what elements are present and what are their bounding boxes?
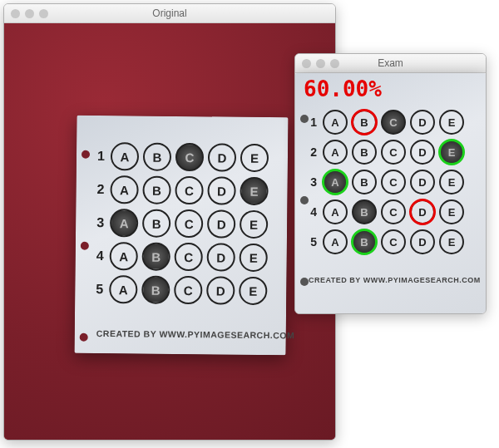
bubble-b: B: [142, 209, 170, 238]
answer-sheet-graded: 60.00% 1ABCDE2ABCDE3ABCDE4ABCDE5ABCDE CR…: [295, 73, 486, 314]
bubble-a: A: [110, 242, 138, 270]
bubble-a: A: [109, 275, 137, 303]
punch-hole-icon: [81, 242, 89, 250]
question-row: 1ABCDE: [93, 142, 269, 172]
bubble-a: A: [323, 140, 348, 165]
bubble-b: B: [352, 199, 377, 224]
bubble-c: C: [381, 140, 406, 165]
question-row: 1ABCDE: [305, 110, 464, 135]
punch-hole-icon: [300, 115, 309, 123]
bubble-c: C: [175, 209, 203, 238]
correct-ring-icon: [438, 139, 465, 165]
bubble-b: B: [352, 140, 377, 165]
bubble-b: B: [142, 243, 170, 271]
question-row: 4ABCDE: [305, 199, 464, 224]
credit-text: CREATED BY WWW.PYIMAGESEARCH.COM: [96, 328, 295, 340]
bubble-d: D: [206, 276, 235, 304]
bubble-e: E: [439, 110, 464, 135]
bubble-c: C: [175, 243, 203, 271]
punch-hole-icon: [82, 150, 90, 159]
bubble-a: A: [323, 110, 348, 135]
bubble-a: A: [323, 229, 348, 254]
bubble-c: C: [381, 170, 406, 194]
bubble-d: D: [410, 110, 435, 135]
window-title: Exam: [295, 57, 486, 69]
question-number: 4: [305, 205, 317, 219]
bubble-e: E: [439, 199, 464, 224]
bubble-d: D: [207, 176, 235, 204]
question-row: 5ABCDE: [305, 229, 464, 254]
question-number: 3: [305, 175, 317, 189]
bubble-b: B: [141, 276, 170, 304]
bubble-c: C: [175, 143, 204, 171]
window-title: Original: [4, 7, 335, 19]
titlebar-exam[interactable]: Exam: [295, 54, 486, 73]
question-row: 3ABCDE: [305, 170, 464, 194]
bubble-e: E: [240, 177, 268, 205]
bubble-b: B: [142, 176, 170, 204]
bubble-b: B: [352, 229, 377, 254]
question-number: 5: [305, 235, 317, 249]
bubble-a: A: [110, 175, 138, 204]
bubble-e: E: [240, 210, 268, 239]
question-row: 2ABCDE: [92, 175, 268, 205]
correct-ring-icon: [351, 229, 378, 255]
content-original: 1ABCDE2ABCDE3ABCDE4ABCDE5ABCDE CREATED B…: [4, 23, 335, 441]
bubble-c: C: [381, 229, 406, 254]
question-number: 2: [305, 145, 317, 159]
question-number: 1: [93, 149, 105, 164]
question-row: 5ABCDE: [91, 275, 267, 305]
window-exam: Exam 60.00% 1ABCDE2ABCDE3ABCDE4ABCDE5ABC…: [294, 53, 487, 314]
credit-text: CREATED BY WWW.PYIMAGESEARCH.COM: [309, 276, 481, 284]
question-row: 3ABCDE: [92, 209, 268, 239]
bubble-e: E: [439, 170, 464, 194]
punch-hole-icon: [300, 196, 309, 204]
bubble-d: D: [410, 170, 435, 194]
bubble-d: D: [410, 199, 435, 224]
correct-ring-icon: [322, 169, 348, 195]
bubble-b: B: [352, 170, 377, 194]
score-text: 60.00%: [304, 76, 382, 101]
bubble-grid: 1ABCDE2ABCDE3ABCDE4ABCDE5ABCDE: [91, 142, 269, 305]
content-exam: 60.00% 1ABCDE2ABCDE3ABCDE4ABCDE5ABCDE CR…: [295, 73, 486, 314]
answer-sheet: 1ABCDE2ABCDE3ABCDE4ABCDE5ABCDE CREATED B…: [75, 116, 289, 356]
bubble-e: E: [239, 277, 267, 305]
bubble-e: E: [240, 144, 269, 172]
question-row: 4ABCDE: [92, 242, 268, 272]
bubble-a: A: [323, 199, 348, 224]
bubble-c: C: [381, 199, 406, 224]
bubble-c: C: [381, 110, 406, 135]
incorrect-ring-icon: [409, 199, 436, 225]
titlebar-original[interactable]: Original: [4, 4, 335, 23]
window-original: Original 1ABCDE2ABCDE3ABCDE4ABCDE5ABCDE …: [3, 3, 336, 441]
question-number: 2: [92, 182, 104, 197]
bubble-d: D: [410, 229, 435, 254]
bubble-b: B: [352, 110, 377, 135]
bubble-d: D: [207, 209, 235, 238]
incorrect-ring-icon: [351, 109, 378, 135]
bubble-d: D: [207, 243, 235, 271]
punch-hole-icon: [80, 333, 88, 342]
bubble-e: E: [240, 244, 268, 272]
bubble-a: A: [110, 209, 138, 237]
bubble-d: D: [208, 143, 236, 171]
bubble-e: E: [439, 140, 464, 165]
bubble-c: C: [174, 276, 202, 304]
punch-hole-icon: [300, 278, 309, 286]
question-number: 4: [92, 249, 104, 263]
bubble-e: E: [439, 229, 464, 254]
bubble-a: A: [323, 170, 348, 194]
bubble-c: C: [175, 176, 203, 204]
bubble-d: D: [410, 140, 435, 165]
question-number: 5: [91, 282, 103, 297]
bubble-grid: 1ABCDE2ABCDE3ABCDE4ABCDE5ABCDE: [305, 110, 464, 254]
bubble-b: B: [143, 143, 171, 171]
question-row: 2ABCDE: [305, 140, 464, 165]
question-number: 3: [92, 215, 104, 230]
bubble-a: A: [111, 142, 139, 170]
